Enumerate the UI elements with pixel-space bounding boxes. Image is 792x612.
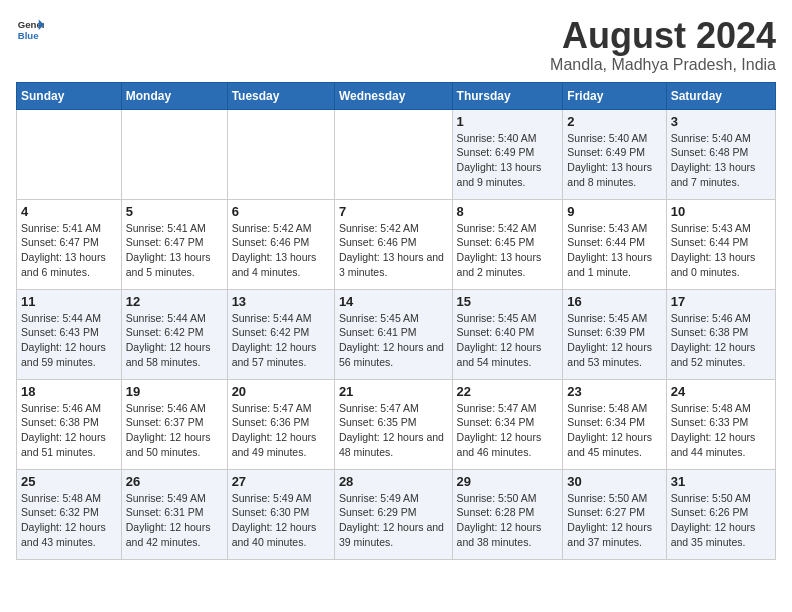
calendar-table: SundayMondayTuesdayWednesdayThursdayFrid… bbox=[16, 82, 776, 560]
day-number: 8 bbox=[457, 204, 559, 219]
day-number: 5 bbox=[126, 204, 223, 219]
day-info: Sunrise: 5:48 AMSunset: 6:32 PMDaylight:… bbox=[21, 491, 117, 550]
day-info: Sunrise: 5:44 AMSunset: 6:42 PMDaylight:… bbox=[126, 311, 223, 370]
calendar-week-row: 11Sunrise: 5:44 AMSunset: 6:43 PMDayligh… bbox=[17, 289, 776, 379]
logo-icon: General Blue bbox=[16, 16, 44, 44]
day-info: Sunrise: 5:45 AMSunset: 6:39 PMDaylight:… bbox=[567, 311, 661, 370]
day-info: Sunrise: 5:49 AMSunset: 6:29 PMDaylight:… bbox=[339, 491, 448, 550]
calendar-cell: 6Sunrise: 5:42 AMSunset: 6:46 PMDaylight… bbox=[227, 199, 334, 289]
day-of-week-header: Tuesday bbox=[227, 82, 334, 109]
day-info: Sunrise: 5:44 AMSunset: 6:43 PMDaylight:… bbox=[21, 311, 117, 370]
day-of-week-header: Monday bbox=[121, 82, 227, 109]
day-info: Sunrise: 5:46 AMSunset: 6:38 PMDaylight:… bbox=[671, 311, 771, 370]
calendar-cell: 31Sunrise: 5:50 AMSunset: 6:26 PMDayligh… bbox=[666, 469, 775, 559]
subtitle: Mandla, Madhya Pradesh, India bbox=[550, 56, 776, 74]
title-area: August 2024 Mandla, Madhya Pradesh, Indi… bbox=[550, 16, 776, 74]
day-number: 9 bbox=[567, 204, 661, 219]
day-info: Sunrise: 5:40 AMSunset: 6:48 PMDaylight:… bbox=[671, 131, 771, 190]
header: General Blue August 2024 Mandla, Madhya … bbox=[16, 16, 776, 74]
calendar-cell: 22Sunrise: 5:47 AMSunset: 6:34 PMDayligh… bbox=[452, 379, 563, 469]
calendar-cell: 20Sunrise: 5:47 AMSunset: 6:36 PMDayligh… bbox=[227, 379, 334, 469]
day-number: 1 bbox=[457, 114, 559, 129]
calendar-cell: 7Sunrise: 5:42 AMSunset: 6:46 PMDaylight… bbox=[334, 199, 452, 289]
main-title: August 2024 bbox=[550, 16, 776, 56]
calendar-cell: 2Sunrise: 5:40 AMSunset: 6:49 PMDaylight… bbox=[563, 109, 666, 199]
calendar-week-row: 25Sunrise: 5:48 AMSunset: 6:32 PMDayligh… bbox=[17, 469, 776, 559]
day-number: 3 bbox=[671, 114, 771, 129]
calendar-cell: 11Sunrise: 5:44 AMSunset: 6:43 PMDayligh… bbox=[17, 289, 122, 379]
day-number: 19 bbox=[126, 384, 223, 399]
day-number: 15 bbox=[457, 294, 559, 309]
calendar-cell: 12Sunrise: 5:44 AMSunset: 6:42 PMDayligh… bbox=[121, 289, 227, 379]
day-info: Sunrise: 5:41 AMSunset: 6:47 PMDaylight:… bbox=[21, 221, 117, 280]
day-info: Sunrise: 5:45 AMSunset: 6:40 PMDaylight:… bbox=[457, 311, 559, 370]
day-info: Sunrise: 5:47 AMSunset: 6:35 PMDaylight:… bbox=[339, 401, 448, 460]
calendar-cell: 3Sunrise: 5:40 AMSunset: 6:48 PMDaylight… bbox=[666, 109, 775, 199]
calendar-cell: 26Sunrise: 5:49 AMSunset: 6:31 PMDayligh… bbox=[121, 469, 227, 559]
calendar-cell: 10Sunrise: 5:43 AMSunset: 6:44 PMDayligh… bbox=[666, 199, 775, 289]
day-of-week-header: Thursday bbox=[452, 82, 563, 109]
day-info: Sunrise: 5:44 AMSunset: 6:42 PMDaylight:… bbox=[232, 311, 330, 370]
calendar-cell: 1Sunrise: 5:40 AMSunset: 6:49 PMDaylight… bbox=[452, 109, 563, 199]
calendar-week-row: 1Sunrise: 5:40 AMSunset: 6:49 PMDaylight… bbox=[17, 109, 776, 199]
day-info: Sunrise: 5:45 AMSunset: 6:41 PMDaylight:… bbox=[339, 311, 448, 370]
calendar-cell: 9Sunrise: 5:43 AMSunset: 6:44 PMDaylight… bbox=[563, 199, 666, 289]
calendar-cell: 21Sunrise: 5:47 AMSunset: 6:35 PMDayligh… bbox=[334, 379, 452, 469]
day-number: 12 bbox=[126, 294, 223, 309]
day-number: 31 bbox=[671, 474, 771, 489]
calendar-cell: 25Sunrise: 5:48 AMSunset: 6:32 PMDayligh… bbox=[17, 469, 122, 559]
day-number: 22 bbox=[457, 384, 559, 399]
day-number: 20 bbox=[232, 384, 330, 399]
calendar-cell: 27Sunrise: 5:49 AMSunset: 6:30 PMDayligh… bbox=[227, 469, 334, 559]
calendar-cell: 23Sunrise: 5:48 AMSunset: 6:34 PMDayligh… bbox=[563, 379, 666, 469]
calendar-cell bbox=[121, 109, 227, 199]
calendar-cell: 30Sunrise: 5:50 AMSunset: 6:27 PMDayligh… bbox=[563, 469, 666, 559]
calendar-cell bbox=[334, 109, 452, 199]
calendar-week-row: 4Sunrise: 5:41 AMSunset: 6:47 PMDaylight… bbox=[17, 199, 776, 289]
day-number: 4 bbox=[21, 204, 117, 219]
day-number: 13 bbox=[232, 294, 330, 309]
day-number: 17 bbox=[671, 294, 771, 309]
day-number: 28 bbox=[339, 474, 448, 489]
day-of-week-header: Sunday bbox=[17, 82, 122, 109]
day-number: 29 bbox=[457, 474, 559, 489]
calendar-cell: 14Sunrise: 5:45 AMSunset: 6:41 PMDayligh… bbox=[334, 289, 452, 379]
day-number: 2 bbox=[567, 114, 661, 129]
calendar-cell: 19Sunrise: 5:46 AMSunset: 6:37 PMDayligh… bbox=[121, 379, 227, 469]
calendar-cell: 8Sunrise: 5:42 AMSunset: 6:45 PMDaylight… bbox=[452, 199, 563, 289]
day-of-week-header: Friday bbox=[563, 82, 666, 109]
day-info: Sunrise: 5:42 AMSunset: 6:46 PMDaylight:… bbox=[339, 221, 448, 280]
day-info: Sunrise: 5:47 AMSunset: 6:34 PMDaylight:… bbox=[457, 401, 559, 460]
calendar-cell bbox=[17, 109, 122, 199]
calendar-cell: 4Sunrise: 5:41 AMSunset: 6:47 PMDaylight… bbox=[17, 199, 122, 289]
day-info: Sunrise: 5:42 AMSunset: 6:46 PMDaylight:… bbox=[232, 221, 330, 280]
day-info: Sunrise: 5:40 AMSunset: 6:49 PMDaylight:… bbox=[457, 131, 559, 190]
day-of-week-header: Wednesday bbox=[334, 82, 452, 109]
day-number: 10 bbox=[671, 204, 771, 219]
day-number: 7 bbox=[339, 204, 448, 219]
day-info: Sunrise: 5:48 AMSunset: 6:33 PMDaylight:… bbox=[671, 401, 771, 460]
calendar-cell: 13Sunrise: 5:44 AMSunset: 6:42 PMDayligh… bbox=[227, 289, 334, 379]
day-number: 21 bbox=[339, 384, 448, 399]
day-info: Sunrise: 5:46 AMSunset: 6:37 PMDaylight:… bbox=[126, 401, 223, 460]
day-number: 27 bbox=[232, 474, 330, 489]
day-info: Sunrise: 5:48 AMSunset: 6:34 PMDaylight:… bbox=[567, 401, 661, 460]
day-number: 14 bbox=[339, 294, 448, 309]
day-number: 26 bbox=[126, 474, 223, 489]
calendar-cell: 17Sunrise: 5:46 AMSunset: 6:38 PMDayligh… bbox=[666, 289, 775, 379]
day-of-week-header: Saturday bbox=[666, 82, 775, 109]
calendar-cell: 16Sunrise: 5:45 AMSunset: 6:39 PMDayligh… bbox=[563, 289, 666, 379]
calendar-cell: 5Sunrise: 5:41 AMSunset: 6:47 PMDaylight… bbox=[121, 199, 227, 289]
day-info: Sunrise: 5:49 AMSunset: 6:31 PMDaylight:… bbox=[126, 491, 223, 550]
day-number: 23 bbox=[567, 384, 661, 399]
calendar-cell bbox=[227, 109, 334, 199]
day-info: Sunrise: 5:41 AMSunset: 6:47 PMDaylight:… bbox=[126, 221, 223, 280]
day-number: 11 bbox=[21, 294, 117, 309]
calendar-cell: 28Sunrise: 5:49 AMSunset: 6:29 PMDayligh… bbox=[334, 469, 452, 559]
day-number: 24 bbox=[671, 384, 771, 399]
day-number: 16 bbox=[567, 294, 661, 309]
calendar-header-row: SundayMondayTuesdayWednesdayThursdayFrid… bbox=[17, 82, 776, 109]
day-info: Sunrise: 5:50 AMSunset: 6:26 PMDaylight:… bbox=[671, 491, 771, 550]
day-info: Sunrise: 5:43 AMSunset: 6:44 PMDaylight:… bbox=[567, 221, 661, 280]
day-info: Sunrise: 5:47 AMSunset: 6:36 PMDaylight:… bbox=[232, 401, 330, 460]
